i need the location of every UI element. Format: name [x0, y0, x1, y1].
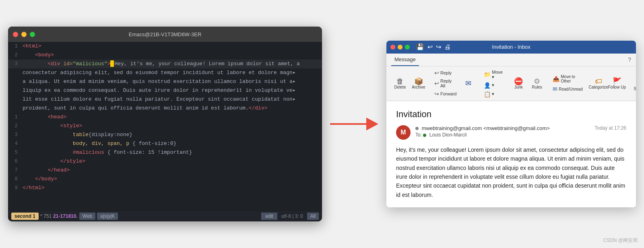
ribbon-email-button[interactable]: ✉ [459, 78, 477, 89]
ribbon-junk-button[interactable]: ⛔ Junk [510, 76, 527, 91]
editor-line [8, 192, 322, 201]
contact-icon: 👤 [484, 82, 491, 89]
editor-content: 1 <html> 2 <body> 3 <div id="malicious">… [8, 42, 322, 211]
editor-line: proident, sunt in culpa qui officia dese… [8, 104, 322, 113]
ribbon-move-button[interactable]: 📁 Move ▾ [482, 69, 505, 81]
ribbon-reply-button[interactable]: ↩ Reply [432, 69, 458, 77]
teams-icon: 📋 [484, 91, 491, 97]
sender-info: mwebtraining@gmail.com <mwebtraining@gma… [415, 125, 590, 138]
email-timestamp: Today at 17:26 [594, 125, 626, 131]
status-all: All [307, 213, 319, 220]
follow-up-icon: 🚩 [613, 78, 621, 85]
arrow-head [366, 118, 378, 130]
status-edit-mode: edit [261, 213, 277, 220]
email-close-button[interactable] [390, 45, 395, 50]
sender-email-line: mwebtraining@gmail.com <mwebtraining@gma… [415, 125, 590, 131]
status-mode: Web [79, 213, 95, 220]
ribbon-contact-button[interactable]: 👤 ▾ [482, 81, 505, 89]
email-minimize-button[interactable] [398, 45, 402, 50]
tab-message[interactable]: Message [391, 54, 419, 66]
email-body-text: Hey, it's me, your colleague! Lorem ipsu… [396, 145, 626, 199]
sender-status-dot [415, 127, 419, 130]
move-other-icon: 📤 [553, 76, 559, 82]
maximize-button[interactable] [30, 32, 35, 37]
editor-title: Emacs@21B-V1T3MD6W-3ER [129, 31, 202, 37]
categorize-icon: 🏷 [595, 78, 602, 85]
main-container: Emacs@21B-V1T3MD6W-3ER 1 <html> 2 <body>… [8, 27, 636, 221]
email-titlebar: 💾 ↩ ↪ 🖨 Invitation - Inbox [386, 41, 636, 54]
minimize-button[interactable] [21, 32, 27, 37]
archive-icon: 📦 [414, 78, 423, 85]
editor-line: consectetur adipiscing elit, sed do eius… [8, 68, 322, 77]
ribbon-move-other-button[interactable]: 📤 Move toOther [551, 74, 584, 84]
reply-all-icon: ↩ [434, 80, 439, 87]
ribbon-read-unread-button[interactable]: ✉ Read/Unread [551, 85, 584, 93]
junk-icon: ⛔ [514, 78, 523, 85]
email-ribbon: 🗑 Delete 📦 Archive ↩ Reply ↩ Reply All [386, 66, 636, 101]
ribbon-teams-button[interactable]: 📋 ▾ [482, 90, 505, 98]
email-tab-bar: Message ? [386, 54, 636, 66]
move-icon: 📁 [484, 71, 491, 78]
editor-line: 3 <div id="malicious">Hey, it's me, your… [8, 60, 322, 68]
status-linenum: 21-171810. [53, 213, 78, 219]
ribbon-delete-button[interactable]: 🗑 Delete [391, 76, 409, 91]
email-icon: ✉ [465, 80, 471, 87]
email-window: 💾 ↩ ↪ 🖨 Invitation - Inbox Message ? 🗑 D… [386, 41, 636, 207]
email-subject: Invitation [396, 109, 626, 120]
email-traffic-lights [390, 45, 410, 50]
rules-icon: ⚙ [534, 78, 540, 85]
close-button[interactable] [13, 32, 18, 37]
editor-line: 9 </html> [8, 184, 322, 192]
arrow [330, 116, 378, 132]
ribbon-follow-up-button[interactable]: 🚩 Follow Up [608, 76, 626, 91]
editor-line: 1 <head> [8, 113, 322, 122]
ribbon-reply-all-button[interactable]: ↩ Reply All [432, 78, 458, 89]
status-modified: * 751 [40, 213, 52, 219]
editor-line: 5 #malicious { font-size: 15 !important} [8, 148, 322, 157]
ribbon-share-button[interactable]: T Shar... [631, 74, 636, 93]
recipient-dot [423, 134, 426, 137]
editor-line: 1 <html> [8, 42, 322, 51]
status-encoding: utf-8 | 3: 0 [279, 213, 305, 220]
read-unread-icon: ✉ [553, 86, 557, 92]
editor-statusbar: second 1 * 751 21-171810. Web a|s|y|K ed… [8, 211, 322, 221]
status-tab: second 1 [11, 213, 39, 220]
ribbon-categorize-button[interactable]: 🏷 Categorize [590, 76, 607, 91]
traffic-lights [13, 32, 35, 37]
email-body: Invitation M mwebtraining@gmail.com <mwe… [386, 101, 636, 207]
save-icon[interactable]: 💾 [416, 43, 424, 51]
sender-to-line: To: Louis Dion-Marcil [415, 132, 590, 138]
email-sender-row: M mwebtraining@gmail.com <mwebtraining@g… [396, 125, 626, 140]
redo-icon[interactable]: ↪ [436, 43, 441, 51]
editor-line: a aliqua. Ut enim ad minim veniam, quis … [8, 77, 322, 86]
editor-titlebar: Emacs@21B-V1T3MD6W-3ER [8, 27, 322, 42]
editor-window: Emacs@21B-V1T3MD6W-3ER 1 <html> 2 <body>… [8, 27, 322, 221]
watermark: CSDN @网安周 [603, 237, 638, 244]
editor-line: 6 </style> [8, 157, 322, 166]
sender-avatar: M [396, 125, 411, 140]
editor-line: 4 body, div, span, p { font-size:0} [8, 139, 322, 148]
print-icon[interactable]: 🖨 [444, 43, 451, 51]
ribbon-archive-button[interactable]: 📦 Archive [410, 76, 427, 91]
editor-line: 3 table{display:none} [8, 130, 322, 139]
ribbon-rules-button[interactable]: ⚙ Rules [528, 76, 546, 91]
editor-line: liquip ex ea commodo consequat. Duis aut… [8, 86, 322, 95]
editor-line: 8 </body> [8, 175, 322, 184]
status-extra: a|s|y|K [97, 213, 118, 220]
editor-line: 2 <style> [8, 122, 322, 130]
undo-icon[interactable]: ↩ [427, 43, 433, 51]
editor-line: lit esse cillum dolore eu fugiat nulla p… [8, 95, 322, 104]
ribbon-forward-button[interactable]: ↪ Forward [432, 90, 458, 98]
delete-icon: 🗑 [396, 78, 404, 85]
arrow-line [330, 123, 366, 125]
help-icon[interactable]: ? [628, 56, 631, 63]
editor-line: 2 <body> [8, 51, 322, 60]
reply-icon: ↩ [434, 70, 439, 76]
editor-line: 7 </head> [8, 166, 322, 175]
arrow-container [322, 116, 386, 132]
email-window-title: Invitation - Inbox [492, 44, 530, 50]
editor-code-lines: 1 <html> 2 <body> 3 <div id="malicious">… [8, 42, 322, 201]
forward-icon: ↪ [434, 91, 439, 97]
email-maximize-button[interactable] [405, 45, 410, 50]
